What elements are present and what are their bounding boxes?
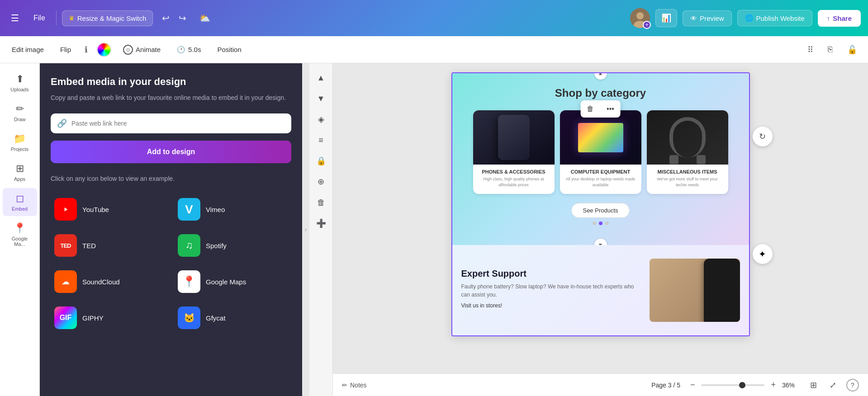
embed-panel-subtitle: Copy and paste a web link to your favour… <box>51 93 291 103</box>
avatar-container: + <box>630 8 650 28</box>
gfycat-label: Gfycat <box>206 314 225 322</box>
notes-button[interactable]: ✏ Notes <box>342 382 367 389</box>
toolbar-divider-1 <box>56 11 57 25</box>
grid-icon-button[interactable]: ⠿ <box>804 43 817 57</box>
embed-item-vimeo[interactable]: V Vimeo <box>174 194 291 224</box>
see-products-button[interactable]: See Products <box>571 203 629 218</box>
sidebar-item-draw[interactable]: ✏ Draw <box>3 99 37 127</box>
color-picker[interactable] <box>97 42 111 57</box>
zoom-level: 36% <box>782 382 800 389</box>
bottom-bar: ✏ Notes Page 3 / 5 − + 36% ⊞ ⤢ ? <box>333 373 868 396</box>
clock-icon: 🕐 <box>177 46 185 54</box>
expand-button[interactable]: ⤢ <box>827 377 839 393</box>
googlemaps-label: Google Maps <box>206 278 246 286</box>
zoom-thumb <box>739 382 745 388</box>
expert-title: Expert Support <box>461 269 640 279</box>
cloud-save-icon[interactable]: ⛅ <box>195 9 214 27</box>
product-img-laptop <box>560 110 641 165</box>
rotate-button[interactable]: ↻ <box>753 127 773 146</box>
draw-label: Draw <box>14 117 26 122</box>
product-name-phone: PHONES & ACCESSORIES <box>479 169 549 174</box>
embed-item-googlemaps[interactable]: 📍 Google Maps <box>174 267 291 297</box>
embed-item-giphy[interactable]: GIF GIPHY <box>51 303 168 333</box>
publish-website-button[interactable]: 🌐 Publish Website <box>737 10 812 26</box>
dot-2 <box>599 222 602 225</box>
projects-icon: 📁 <box>14 133 26 145</box>
embed-item-soundcloud[interactable]: ☁ SoundCloud <box>51 267 168 297</box>
edit-image-button[interactable]: Edit image <box>7 43 48 56</box>
product-info-laptop: COMPUTER EQUIPMENT All your desktop or l… <box>560 165 641 188</box>
lock-tool[interactable]: 🔒 <box>312 152 330 170</box>
plus-tool[interactable]: ➕ <box>312 214 330 232</box>
gfycat-icon: 🐱 <box>178 306 200 329</box>
embed-item-youtube[interactable]: YouTube <box>51 194 168 224</box>
notes-tool[interactable]: ≡ <box>312 131 330 149</box>
top-toolbar: ☰ File ♛ Resize & Magic Switch ↩ ↪ ⛅ + 📊… <box>0 0 868 36</box>
add-to-design-button[interactable]: Add to design <box>51 141 291 163</box>
embed-label: Embed <box>12 206 28 212</box>
share-label: Share <box>833 14 852 22</box>
apps-label: Apps <box>14 176 25 182</box>
file-menu[interactable]: File <box>28 10 51 26</box>
giphy-icon: GIF <box>54 306 77 329</box>
canvas-content: 🗑 ••• ▲ Shop by category <box>451 72 750 336</box>
menu-icon[interactable]: ☰ <box>7 9 23 27</box>
soundcloud-label: SoundCloud <box>82 278 120 286</box>
preview-button[interactable]: 👁 Preview <box>683 10 731 26</box>
expert-visit: Visit us in stores! <box>461 302 640 310</box>
resize-magic-switch-button[interactable]: ♛ Resize & Magic Switch <box>62 10 153 26</box>
dot-3 <box>605 222 609 225</box>
embed-item-gfycat[interactable]: 🐱 Gfycat <box>174 303 291 333</box>
click-hint-text: Click on any icon below to view an examp… <box>51 174 291 184</box>
time-label: 5.0s <box>188 46 201 53</box>
left-sidebar: ⬆ Uploads ✏ Draw 📁 Projects ⊞ Apps ◻ Emb… <box>0 63 40 396</box>
delete-element-button[interactable]: 🗑 <box>580 100 600 118</box>
magic-button[interactable]: ✦ <box>753 244 773 264</box>
embed-item-ted[interactable]: TED TED <box>51 231 168 260</box>
redo-button[interactable]: ↪ <box>175 9 190 27</box>
sidebar-item-embed[interactable]: ◻ Embed <box>3 188 37 216</box>
product-card-headphone: MISCELLANEOUS ITEMS We've got more stuff… <box>647 110 728 194</box>
notes-label: Notes <box>350 382 367 389</box>
eye-tool[interactable]: ◈ <box>312 110 330 128</box>
delete-tool[interactable]: 🗑 <box>312 193 330 212</box>
help-button[interactable]: ? <box>846 379 859 391</box>
link-icon: 🔗 <box>57 118 67 128</box>
zoom-out-button[interactable]: − <box>688 377 698 392</box>
share-button[interactable]: ↑ Share <box>818 10 861 27</box>
more-options-button[interactable]: ••• <box>600 100 621 118</box>
copy-style-button[interactable]: ⎘ <box>824 43 836 56</box>
projects-label: Projects <box>11 146 29 152</box>
section-up-arrow[interactable]: ▲ <box>594 72 607 80</box>
panel-collapse-handle[interactable]: ‹ <box>302 63 309 396</box>
zoom-slider[interactable] <box>701 384 764 386</box>
embed-url-input[interactable] <box>71 113 285 133</box>
lock-button[interactable]: 🔓 <box>844 43 861 57</box>
animate-button[interactable]: ○ Animate <box>119 42 165 57</box>
avatar-add-button[interactable]: + <box>643 21 651 29</box>
flip-button[interactable]: Flip <box>56 43 76 56</box>
shop-title: Shop by category <box>461 87 740 99</box>
add-section-tool[interactable]: ⊕ <box>312 173 330 191</box>
undo-button[interactable]: ↩ <box>158 9 173 27</box>
sidebar-item-uploads[interactable]: ⬆ Uploads <box>3 69 37 97</box>
sidebar-item-projects[interactable]: 📁 Projects <box>3 128 37 156</box>
scroll-up-tool[interactable]: ▲ <box>312 69 330 87</box>
sidebar-item-apps[interactable]: ⊞ Apps <box>3 158 37 186</box>
sidebar-item-googlemaps[interactable]: 📍 Google Ma... <box>3 218 37 251</box>
embed-item-spotify[interactable]: ♫ Spotify <box>174 231 291 260</box>
expert-image <box>650 259 740 322</box>
product-name-headphone: MISCELLANEOUS ITEMS <box>652 169 723 174</box>
shop-section: ▲ Shop by category PHONES & ACCESSORIES <box>452 73 749 245</box>
uploads-icon: ⬆ <box>16 73 24 85</box>
canvas-wrapper: 🗑 ••• ▲ Shop by category <box>451 72 750 336</box>
time-button[interactable]: 🕐 5.0s <box>172 43 205 57</box>
zoom-in-button[interactable]: + <box>768 377 778 392</box>
stats-button[interactable]: 📊 <box>655 9 677 27</box>
position-button[interactable]: Position <box>213 43 246 56</box>
zoom-area: − + 36% <box>688 377 800 392</box>
scroll-down-tool[interactable]: ▼ <box>312 90 330 108</box>
info-button[interactable]: ℹ <box>83 43 90 57</box>
products-row: PHONES & ACCESSORIES High class, high qu… <box>461 110 740 194</box>
grid-view-button[interactable]: ⊞ <box>807 377 820 393</box>
